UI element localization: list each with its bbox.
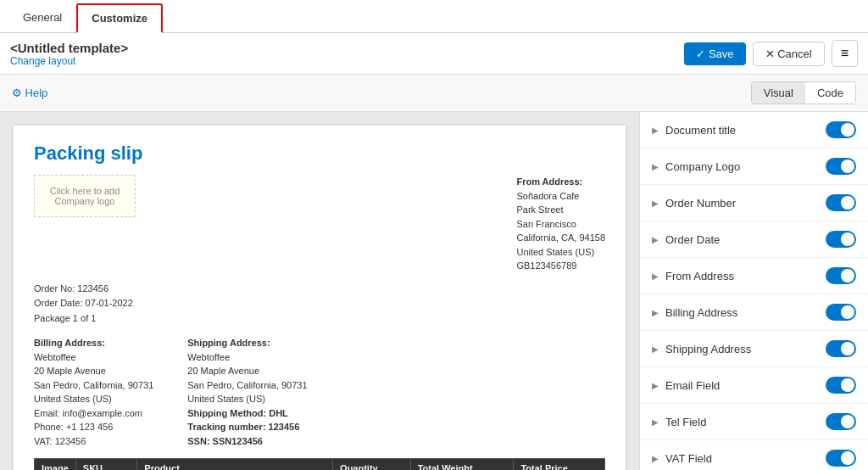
col-qty: Quantity — [333, 459, 411, 470]
panel-item-label: Billing Address — [665, 306, 737, 319]
toolbar: <Untitled template> Change layout ✓ Save… — [0, 33, 868, 75]
toggle-tel-field[interactable] — [826, 413, 856, 430]
tab-customize[interactable]: Customize — [76, 3, 163, 33]
chevron-right-icon: ▶ — [652, 235, 659, 244]
shipping-label: Shipping Address: — [187, 336, 307, 350]
main-layout: Packing slip Click here to add Company l… — [0, 112, 868, 470]
col-price: Total Price — [514, 459, 605, 470]
shipping-address-block: Shipping Address: Webtoffee 20 Maple Ave… — [187, 336, 307, 448]
col-weight: Total Weight — [410, 459, 514, 470]
panel-item-left: ▶ Company Logo — [652, 160, 740, 173]
bill-line5: Phone: +1 123 456 — [34, 422, 113, 432]
panel-item-billing-address[interactable]: ▶ Billing Address — [640, 294, 868, 331]
panel-item-label: Tel Field — [665, 416, 706, 428]
menu-button[interactable]: ≡ — [832, 40, 858, 67]
bill-line0: Webtoffee — [34, 352, 76, 362]
from-address-label: From Address: — [516, 175, 605, 189]
change-layout-link[interactable]: Change layout — [10, 55, 128, 67]
panel-item-label: Order Number — [665, 197, 736, 210]
document-preview: Packing slip Click here to add Company l… — [0, 112, 639, 470]
company-logo-box[interactable]: Click here to add Company logo — [34, 175, 136, 217]
chevron-right-icon: ▶ — [652, 199, 659, 208]
panel-item-label: Email Field — [665, 379, 720, 392]
chevron-right-icon: ▶ — [652, 271, 659, 281]
ship-line6: SSN: SSN123456 — [187, 436, 263, 446]
panel-item-left: ▶ Tel Field — [652, 416, 706, 428]
packing-slip-title: Packing slip — [34, 143, 605, 165]
order-meta: Order No: 123456 Order Date: 07-01-2022 … — [34, 282, 605, 327]
template-title: <Untitled template> — [10, 41, 128, 55]
panel-item-left: ▶ Email Field — [652, 379, 720, 392]
top-tabs: General Customize — [0, 0, 868, 33]
order-no: Order No: 123456 — [34, 282, 605, 297]
toggle-order-number[interactable] — [826, 194, 856, 211]
ship-line1: 20 Maple Avenue — [187, 366, 259, 376]
panel-item-label: Company Logo — [665, 160, 740, 173]
from-addr-line6: GB123456789 — [516, 260, 576, 271]
panel-item-tel-field[interactable]: ▶ Tel Field — [640, 404, 868, 440]
tab-code[interactable]: Code — [805, 82, 855, 104]
from-address-block: From Address: Soñadora Cafe Park Street … — [516, 175, 605, 273]
bill-line4: Email: info@example.com — [34, 408, 142, 418]
toggle-email-field[interactable] — [826, 377, 856, 394]
panel-item-email-field[interactable]: ▶ Email Field — [640, 367, 868, 404]
toggle-company-logo[interactable] — [826, 158, 856, 175]
chevron-right-icon: ▶ — [652, 344, 659, 354]
panel-item-from-address[interactable]: ▶ From Address — [640, 258, 868, 294]
doc-top-row: Click here to add Company logo From Addr… — [34, 175, 605, 273]
panel-item-label: VAT Field — [665, 452, 712, 465]
document-paper: Packing slip Click here to add Company l… — [14, 126, 626, 470]
tab-general[interactable]: General — [8, 3, 76, 32]
chevron-right-icon: ▶ — [652, 417, 659, 427]
panel-item-label: From Address — [665, 270, 734, 283]
logo-placeholder-text: Click here to add Company logo — [50, 186, 120, 206]
from-addr-line1: Soñadora Cafe — [516, 191, 579, 201]
bill-line1: 20 Maple Avenue — [34, 366, 106, 376]
chevron-right-icon: ▶ — [652, 308, 659, 317]
chevron-right-icon: ▶ — [652, 162, 659, 171]
panel-item-order-number[interactable]: ▶ Order Number — [640, 185, 868, 221]
col-sku: SKU — [75, 459, 137, 470]
items-table: Image SKU Product Quantity Total Weight … — [34, 458, 605, 470]
toggle-billing-address[interactable] — [826, 304, 856, 321]
help-bar: ⚙ Help Visual Code — [0, 75, 868, 112]
billing-address-block: Billing Address: Webtoffee 20 Maple Aven… — [34, 336, 153, 448]
panel-item-label: Document title — [665, 124, 736, 137]
panel-item-order-date[interactable]: ▶ Order Date — [640, 221, 868, 258]
ship-line2: San Pedro, California, 90731 — [187, 380, 307, 390]
addresses-row: Billing Address: Webtoffee 20 Maple Aven… — [34, 336, 605, 448]
panel-item-left: ▶ Shipping Address — [652, 343, 751, 355]
panel-item-document-title[interactable]: ▶ Document title — [640, 112, 868, 148]
package-info: Package 1 of 1 — [34, 311, 605, 327]
panel-item-company-logo[interactable]: ▶ Company Logo — [640, 148, 868, 185]
panel-item-left: ▶ Order Number — [652, 197, 736, 210]
tab-visual[interactable]: Visual — [752, 82, 805, 104]
chevron-right-icon: ▶ — [652, 126, 659, 135]
chevron-right-icon: ▶ — [652, 454, 659, 463]
from-addr-line5: United States (US) — [516, 247, 594, 257]
panel-item-label: Shipping Address — [665, 343, 751, 355]
panel-item-left: ▶ VAT Field — [652, 452, 712, 465]
ship-line0: Webtoffee — [187, 352, 230, 362]
toggle-shipping-address[interactable] — [826, 340, 856, 357]
view-tabs: Visual Code — [751, 81, 856, 104]
panel-item-left: ▶ Order Date — [652, 233, 720, 246]
cancel-button[interactable]: ✕ Cancel — [753, 42, 825, 66]
panel-item-vat-field[interactable]: ▶ VAT Field — [640, 440, 868, 470]
billing-label: Billing Address: — [34, 336, 153, 350]
toggle-vat-field[interactable] — [826, 450, 856, 467]
col-product: Product — [137, 459, 333, 470]
panel-item-shipping-address[interactable]: ▶ Shipping Address — [640, 331, 868, 367]
toggle-from-address[interactable] — [826, 267, 856, 284]
chevron-right-icon: ▶ — [652, 381, 659, 390]
bill-line2: San Pedro, California, 90731 — [34, 380, 153, 390]
save-button[interactable]: ✓ Save — [684, 42, 745, 65]
toolbar-actions: ✓ Save ✕ Cancel ≡ — [684, 40, 858, 67]
panel-item-left: ▶ Billing Address — [652, 306, 737, 319]
toggle-document-title[interactable] — [826, 121, 856, 138]
toggle-order-date[interactable] — [826, 231, 856, 248]
help-link[interactable]: ⚙ Help — [12, 87, 47, 99]
col-image: Image — [35, 459, 76, 470]
toolbar-left: <Untitled template> Change layout — [10, 41, 128, 67]
right-panel: ▶ Document title ▶ Company Logo ▶ Order … — [639, 112, 868, 470]
